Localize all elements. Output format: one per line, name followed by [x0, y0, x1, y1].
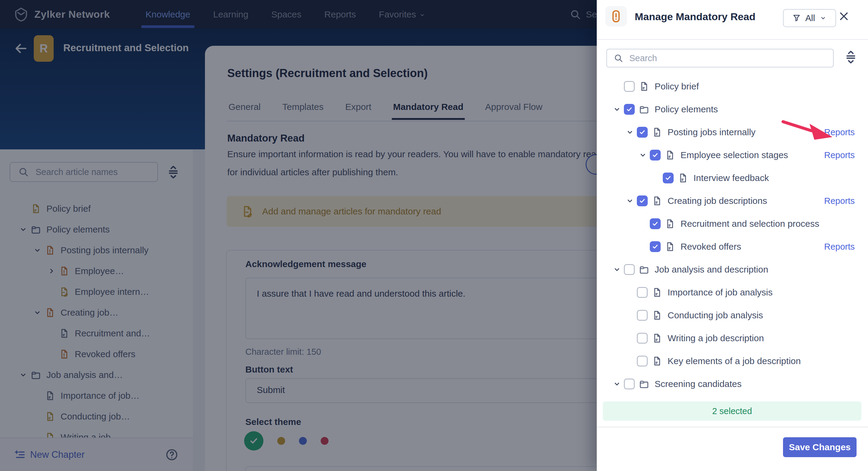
checkbox-unchecked[interactable]	[637, 310, 648, 321]
checkbox-unchecked[interactable]	[624, 378, 635, 390]
checkbox-checked[interactable]	[650, 218, 661, 229]
sidebar-tree-item[interactable]: Conducting job…	[0, 406, 193, 427]
collapse-all-icon[interactable]	[166, 165, 180, 179]
sidebar-tree-item[interactable]: Recruitment and…	[0, 323, 193, 344]
new-chapter-label: New Chapter	[30, 449, 85, 460]
search-icon	[18, 167, 29, 177]
caret-down-icon[interactable]	[613, 379, 621, 389]
new-chapter-button[interactable]: New Chapter	[14, 449, 85, 460]
sidebar-tree-item[interactable]: Revoked offers	[0, 344, 193, 364]
sidebar-tree-item[interactable]: Posting jobs internally	[0, 240, 193, 261]
brand[interactable]: Zylker Network	[13, 7, 110, 22]
panel-tree-item[interactable]: Policy elements	[597, 98, 868, 121]
panel-tree-item[interactable]: Importance of job analysis	[597, 281, 868, 304]
caret-placeholder	[625, 288, 634, 297]
sidebar-tree-item[interactable]: Employee…	[0, 261, 193, 281]
topbar-search[interactable]: Se	[569, 0, 597, 29]
caret-down-icon[interactable]	[19, 370, 28, 379]
panel-tree-item[interactable]: Interview feedback	[597, 167, 868, 190]
article-label: Employee…	[75, 266, 124, 276]
sidebar-tree-item[interactable]: Importance of job…	[0, 385, 193, 406]
checkbox-checked[interactable]	[663, 173, 674, 183]
panel-tree-item[interactable]: Conducting job analysis	[597, 304, 868, 327]
panel-tree-item[interactable]: Recruitment and selection process	[597, 212, 868, 235]
ack-message-textarea[interactable]	[245, 278, 632, 339]
panel-search-input[interactable]: Search	[607, 49, 834, 67]
panel-tree-item[interactable]: Employee selection stagesReports	[597, 144, 868, 167]
caret-down-icon[interactable]	[625, 128, 634, 137]
checkbox-checked[interactable]	[637, 127, 648, 138]
panel-tree-item[interactable]: Policy brief	[597, 75, 868, 98]
checkbox-checked[interactable]	[650, 150, 661, 161]
caret-right-icon[interactable]	[47, 267, 56, 275]
sidebar-tree-item[interactable]: Job analysis and…	[0, 364, 193, 385]
sidebar-tree-item[interactable]: Policy brief	[0, 198, 193, 219]
nav-item-learning[interactable]: Learning	[213, 3, 248, 26]
theme-dot-2[interactable]	[299, 437, 307, 445]
reports-link[interactable]: Reports	[824, 196, 855, 206]
save-changes-button[interactable]: Save Changes	[783, 437, 857, 457]
close-icon[interactable]	[838, 10, 850, 22]
panel-tree-item[interactable]: Writing a job description	[597, 327, 868, 350]
tab-templates[interactable]: Templates	[281, 98, 325, 120]
caret-down-icon[interactable]	[638, 150, 647, 160]
filter-dropdown[interactable]: All	[783, 9, 836, 27]
nav-item-knowledge[interactable]: Knowledge	[146, 3, 190, 26]
back-button[interactable]	[14, 41, 28, 56]
sidebar-search-input[interactable]: Search article names	[10, 162, 158, 182]
caret-down-icon[interactable]	[625, 196, 634, 205]
nav-item-spaces[interactable]: Spaces	[271, 3, 301, 26]
doc-icon	[31, 204, 41, 214]
sidebar-tree-item[interactable]: Policy elements	[0, 219, 193, 240]
tab-approval-flow[interactable]: Approval Flow	[484, 98, 544, 120]
check-icon	[249, 436, 259, 446]
article-label: Policy elements	[46, 224, 110, 235]
search-icon	[569, 9, 581, 20]
button-text-input[interactable]	[245, 378, 632, 403]
sidebar-tree-item[interactable]: Employee intern…	[0, 281, 193, 302]
caret-down-icon[interactable]	[33, 308, 42, 317]
panel-tree-item[interactable]: Key elements of a job description	[597, 350, 868, 372]
checkbox-checked[interactable]	[624, 104, 635, 115]
sidebar-search-placeholder: Search article names	[36, 167, 118, 177]
tab-mandatory-read[interactable]: Mandatory Read	[392, 98, 464, 120]
nav-item-reports[interactable]: Reports	[324, 3, 356, 26]
theme-dot-3[interactable]	[321, 437, 329, 445]
checkbox-unchecked[interactable]	[637, 333, 648, 344]
doc-edit-icon	[59, 287, 69, 297]
caret-down-icon[interactable]	[33, 246, 42, 255]
checkbox-unchecked[interactable]	[637, 356, 648, 367]
checkbox-checked[interactable]	[650, 241, 661, 252]
doc-alert-icon	[45, 307, 55, 318]
sidebar-article-tree: Policy briefPolicy elementsPosting jobs …	[0, 198, 193, 447]
panel-tree-item[interactable]: Screening candidates	[597, 372, 868, 395]
theme-dot-0-selected[interactable]	[244, 431, 264, 450]
panel-tree-item[interactable]: Posting jobs internallyReports	[597, 121, 868, 144]
doc-alert-icon	[45, 245, 55, 256]
theme-dot-1[interactable]	[277, 437, 285, 445]
panel-tree-item[interactable]: Creating job descriptionsReports	[597, 190, 868, 212]
doc-icon	[665, 241, 675, 252]
next-field-box[interactable]	[245, 466, 632, 471]
tab-general[interactable]: General	[227, 98, 262, 120]
tab-export[interactable]: Export	[344, 98, 373, 120]
article-label: Conducting job…	[61, 411, 130, 422]
panel-article-tree: Policy briefPolicy elementsPosting jobs …	[597, 75, 868, 395]
sidebar-tree-item[interactable]: Creating job…	[0, 302, 193, 323]
caret-down-icon[interactable]	[613, 265, 621, 274]
panel-tree-item[interactable]: Revoked offersReports	[597, 235, 868, 258]
nav-item-favorites[interactable]: Favorites	[379, 3, 426, 26]
caret-down-icon[interactable]	[613, 105, 621, 114]
help-icon[interactable]	[165, 448, 179, 461]
expand-collapse-icon[interactable]	[844, 50, 858, 64]
reports-link[interactable]: Reports	[824, 242, 855, 252]
document-icon	[241, 205, 254, 218]
checkbox-checked[interactable]	[637, 196, 648, 206]
caret-down-icon[interactable]	[19, 225, 28, 234]
panel-tree-item[interactable]: Job analysis and description	[597, 258, 868, 281]
checkbox-unchecked[interactable]	[624, 81, 635, 92]
reports-link[interactable]: Reports	[824, 150, 855, 160]
checkbox-unchecked[interactable]	[637, 287, 648, 298]
checkbox-unchecked[interactable]	[624, 264, 635, 275]
reports-link[interactable]: Reports	[824, 127, 855, 137]
